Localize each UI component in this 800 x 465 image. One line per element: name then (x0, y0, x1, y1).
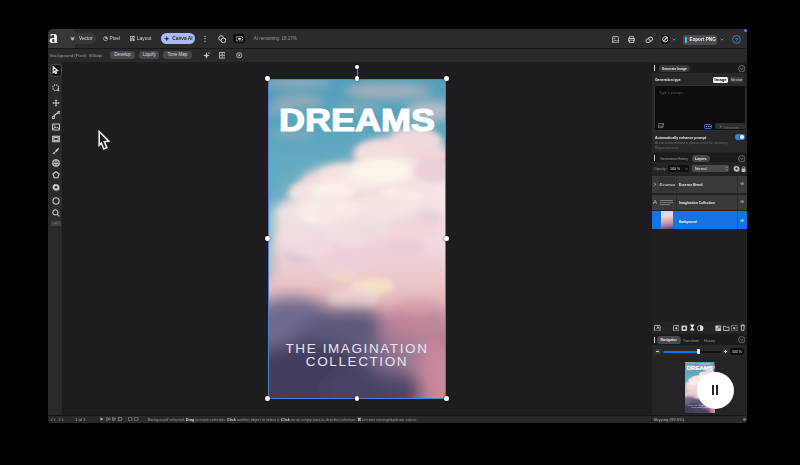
svg-text:A: A (653, 199, 657, 205)
svg-text:?: ? (735, 36, 739, 42)
svg-text:Essence: Essence (659, 182, 676, 187)
